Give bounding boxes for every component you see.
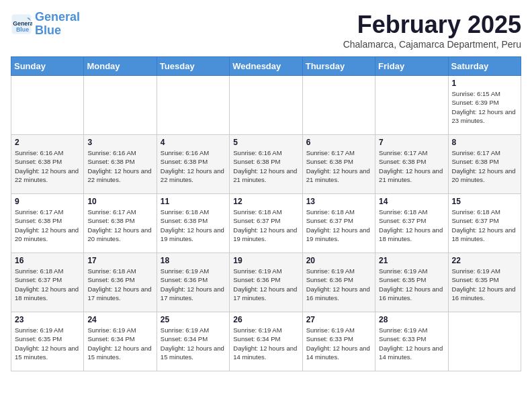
header-tuesday: Tuesday bbox=[157, 57, 229, 76]
day-info: Sunrise: 6:19 AM Sunset: 6:33 PM Dayligh… bbox=[306, 326, 371, 361]
day-info: Sunrise: 6:15 AM Sunset: 6:39 PM Dayligh… bbox=[452, 89, 517, 125]
day-info: Sunrise: 6:19 AM Sunset: 6:36 PM Dayligh… bbox=[306, 267, 371, 302]
day-info: Sunrise: 6:19 AM Sunset: 6:36 PM Dayligh… bbox=[161, 267, 226, 302]
table-row: 25Sunrise: 6:19 AM Sunset: 6:34 PM Dayli… bbox=[157, 312, 229, 371]
day-number: 18 bbox=[161, 256, 226, 265]
table-row: 13Sunrise: 6:18 AM Sunset: 6:37 PM Dayli… bbox=[302, 194, 375, 253]
day-number: 24 bbox=[87, 315, 152, 324]
table-row: 19Sunrise: 6:19 AM Sunset: 6:36 PM Dayli… bbox=[230, 253, 302, 312]
day-info: Sunrise: 6:18 AM Sunset: 6:37 PM Dayligh… bbox=[306, 208, 371, 243]
table-row: 8Sunrise: 6:17 AM Sunset: 6:38 PM Daylig… bbox=[448, 135, 521, 194]
day-number: 15 bbox=[452, 197, 517, 206]
day-number: 19 bbox=[233, 256, 298, 265]
day-number: 9 bbox=[15, 197, 80, 206]
table-row: 10Sunrise: 6:17 AM Sunset: 6:38 PM Dayli… bbox=[84, 194, 157, 253]
table-row: 11Sunrise: 6:18 AM Sunset: 6:38 PM Dayli… bbox=[157, 194, 229, 253]
calendar-table: Sunday Monday Tuesday Wednesday Thursday… bbox=[11, 56, 521, 371]
calendar-header: Sunday Monday Tuesday Wednesday Thursday… bbox=[11, 57, 521, 76]
day-number: 14 bbox=[379, 197, 444, 206]
table-row: 22Sunrise: 6:19 AM Sunset: 6:35 PM Dayli… bbox=[448, 253, 521, 312]
table-row: 6Sunrise: 6:17 AM Sunset: 6:38 PM Daylig… bbox=[302, 135, 375, 194]
day-info: Sunrise: 6:16 AM Sunset: 6:38 PM Dayligh… bbox=[87, 148, 152, 184]
day-info: Sunrise: 6:17 AM Sunset: 6:38 PM Dayligh… bbox=[379, 148, 444, 184]
day-number: 20 bbox=[306, 256, 371, 265]
day-number: 27 bbox=[306, 315, 371, 324]
table-row: 16Sunrise: 6:18 AM Sunset: 6:37 PM Dayli… bbox=[11, 253, 84, 312]
day-number: 25 bbox=[161, 315, 226, 324]
table-row: 15Sunrise: 6:18 AM Sunset: 6:37 PM Dayli… bbox=[448, 194, 521, 253]
day-number: 3 bbox=[87, 138, 152, 147]
header-wednesday: Wednesday bbox=[230, 57, 302, 76]
table-row: 12Sunrise: 6:18 AM Sunset: 6:37 PM Dayli… bbox=[230, 194, 302, 253]
day-info: Sunrise: 6:18 AM Sunset: 6:37 PM Dayligh… bbox=[452, 208, 517, 243]
day-number: 26 bbox=[233, 315, 298, 324]
table-row bbox=[448, 312, 521, 371]
table-row: 7Sunrise: 6:17 AM Sunset: 6:38 PM Daylig… bbox=[375, 135, 448, 194]
day-number: 13 bbox=[306, 197, 371, 206]
header-thursday: Thursday bbox=[302, 57, 375, 76]
day-info: Sunrise: 6:19 AM Sunset: 6:34 PM Dayligh… bbox=[161, 326, 226, 361]
header-saturday: Saturday bbox=[448, 57, 521, 76]
day-info: Sunrise: 6:19 AM Sunset: 6:35 PM Dayligh… bbox=[379, 267, 444, 302]
day-number: 4 bbox=[161, 138, 226, 147]
day-number: 2 bbox=[15, 138, 80, 147]
table-row bbox=[157, 76, 229, 135]
day-number: 22 bbox=[452, 256, 517, 265]
svg-text:Blue: Blue bbox=[16, 26, 29, 33]
day-info: Sunrise: 6:18 AM Sunset: 6:37 PM Dayligh… bbox=[15, 267, 80, 302]
table-row: 20Sunrise: 6:19 AM Sunset: 6:36 PM Dayli… bbox=[302, 253, 375, 312]
day-info: Sunrise: 6:16 AM Sunset: 6:38 PM Dayligh… bbox=[161, 148, 226, 184]
day-info: Sunrise: 6:18 AM Sunset: 6:37 PM Dayligh… bbox=[233, 208, 298, 243]
generalblue-logo-icon: General Blue bbox=[11, 13, 32, 35]
table-row: 21Sunrise: 6:19 AM Sunset: 6:35 PM Dayli… bbox=[375, 253, 448, 312]
day-number: 17 bbox=[87, 256, 152, 265]
day-info: Sunrise: 6:19 AM Sunset: 6:35 PM Dayligh… bbox=[452, 267, 517, 302]
table-row: 9Sunrise: 6:17 AM Sunset: 6:38 PM Daylig… bbox=[11, 194, 84, 253]
logo-text-line2: Blue bbox=[35, 24, 80, 38]
table-row: 4Sunrise: 6:16 AM Sunset: 6:38 PM Daylig… bbox=[157, 135, 229, 194]
table-row bbox=[375, 76, 448, 135]
header-monday: Monday bbox=[84, 57, 157, 76]
day-info: Sunrise: 6:18 AM Sunset: 6:36 PM Dayligh… bbox=[87, 267, 152, 302]
table-row: 24Sunrise: 6:19 AM Sunset: 6:34 PM Dayli… bbox=[84, 312, 157, 371]
day-number: 5 bbox=[233, 138, 298, 147]
day-info: Sunrise: 6:17 AM Sunset: 6:38 PM Dayligh… bbox=[452, 148, 517, 184]
table-row: 1Sunrise: 6:15 AM Sunset: 6:39 PM Daylig… bbox=[448, 76, 521, 135]
calendar-body: 1Sunrise: 6:15 AM Sunset: 6:39 PM Daylig… bbox=[11, 76, 521, 371]
table-row: 17Sunrise: 6:18 AM Sunset: 6:36 PM Dayli… bbox=[84, 253, 157, 312]
location-title: Chalamarca, Cajamarca Department, Peru bbox=[343, 39, 521, 50]
day-info: Sunrise: 6:16 AM Sunset: 6:38 PM Dayligh… bbox=[233, 148, 298, 184]
day-number: 6 bbox=[306, 138, 371, 147]
header-sunday: Sunday bbox=[11, 57, 84, 76]
table-row bbox=[84, 76, 157, 135]
day-number: 7 bbox=[379, 138, 444, 147]
table-row: 26Sunrise: 6:19 AM Sunset: 6:34 PM Dayli… bbox=[230, 312, 302, 371]
day-number: 12 bbox=[233, 197, 298, 206]
page-header: General Blue General Blue February 2025 … bbox=[11, 11, 521, 51]
logo: General Blue General Blue bbox=[11, 11, 80, 38]
day-info: Sunrise: 6:19 AM Sunset: 6:35 PM Dayligh… bbox=[15, 326, 80, 361]
table-row bbox=[302, 76, 375, 135]
month-title: February 2025 bbox=[343, 11, 521, 39]
header-friday: Friday bbox=[375, 57, 448, 76]
table-row: 3Sunrise: 6:16 AM Sunset: 6:38 PM Daylig… bbox=[84, 135, 157, 194]
day-info: Sunrise: 6:19 AM Sunset: 6:36 PM Dayligh… bbox=[233, 267, 298, 302]
day-number: 10 bbox=[87, 197, 152, 206]
day-info: Sunrise: 6:17 AM Sunset: 6:38 PM Dayligh… bbox=[306, 148, 371, 184]
table-row: 23Sunrise: 6:19 AM Sunset: 6:35 PM Dayli… bbox=[11, 312, 84, 371]
table-row: 14Sunrise: 6:18 AM Sunset: 6:37 PM Dayli… bbox=[375, 194, 448, 253]
day-info: Sunrise: 6:19 AM Sunset: 6:34 PM Dayligh… bbox=[87, 326, 152, 361]
day-number: 28 bbox=[379, 315, 444, 324]
table-row bbox=[230, 76, 302, 135]
day-info: Sunrise: 6:19 AM Sunset: 6:33 PM Dayligh… bbox=[379, 326, 444, 361]
table-row: 18Sunrise: 6:19 AM Sunset: 6:36 PM Dayli… bbox=[157, 253, 229, 312]
day-number: 16 bbox=[15, 256, 80, 265]
table-row bbox=[11, 76, 84, 135]
table-row: 2Sunrise: 6:16 AM Sunset: 6:38 PM Daylig… bbox=[11, 135, 84, 194]
table-row: 28Sunrise: 6:19 AM Sunset: 6:33 PM Dayli… bbox=[375, 312, 448, 371]
day-info: Sunrise: 6:16 AM Sunset: 6:38 PM Dayligh… bbox=[15, 148, 80, 184]
svg-text:General: General bbox=[13, 19, 32, 26]
day-info: Sunrise: 6:19 AM Sunset: 6:34 PM Dayligh… bbox=[233, 326, 298, 361]
day-number: 23 bbox=[15, 315, 80, 324]
day-info: Sunrise: 6:17 AM Sunset: 6:38 PM Dayligh… bbox=[87, 208, 152, 243]
